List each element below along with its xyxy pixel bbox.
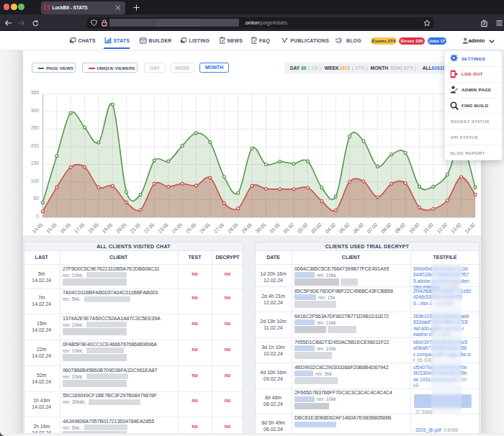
svg-text:02.02: 02.02 [297, 222, 309, 234]
svg-text:200: 200 [31, 143, 40, 148]
svg-text:10.02: 10.02 [408, 222, 420, 234]
svg-text:06.02: 06.02 [352, 222, 364, 234]
svg-text:23.01: 23.01 [157, 222, 169, 234]
svg-text:31.01: 31.01 [269, 222, 281, 234]
svg-text:12.02: 12.02 [436, 222, 449, 234]
svg-text:14.02: 14.02 [464, 222, 476, 234]
svg-text:03.02: 03.02 [310, 222, 323, 234]
svg-text:27.01: 27.01 [213, 222, 225, 234]
svg-text:29.01: 29.01 [240, 222, 253, 234]
svg-text:13.02: 13.02 [450, 222, 462, 234]
svg-text:16.01: 16.01 [59, 222, 71, 234]
svg-text:20.01: 20.01 [115, 222, 127, 234]
svg-text:350: 350 [31, 90, 40, 95]
svg-text:19.01: 19.01 [102, 222, 114, 234]
svg-text:300: 300 [31, 108, 40, 113]
svg-text:05.02: 05.02 [338, 222, 351, 234]
svg-text:28.01: 28.01 [227, 222, 239, 234]
svg-text:11.02: 11.02 [422, 222, 434, 234]
svg-text:18.01: 18.01 [87, 222, 99, 234]
svg-text:26.01: 26.01 [199, 222, 211, 234]
svg-text:14.01: 14.01 [32, 222, 44, 234]
svg-text:100: 100 [31, 178, 40, 183]
svg-text:150: 150 [31, 160, 40, 165]
svg-text:30.01: 30.01 [255, 222, 267, 234]
svg-text:50: 50 [33, 196, 39, 201]
svg-text:0: 0 [36, 214, 39, 219]
svg-text:22.01: 22.01 [143, 222, 156, 234]
svg-text:08.02: 08.02 [380, 222, 392, 234]
svg-text:250: 250 [31, 125, 40, 130]
svg-text:04.02: 04.02 [325, 222, 337, 234]
svg-text:25.01: 25.01 [185, 222, 197, 234]
svg-text:07.02: 07.02 [366, 222, 379, 234]
svg-text:01.02: 01.02 [282, 222, 294, 234]
svg-text:09.02: 09.02 [394, 222, 406, 234]
svg-text:17.01: 17.01 [73, 222, 86, 234]
svg-text:15.01: 15.01 [45, 222, 58, 234]
svg-text:21.01: 21.01 [129, 222, 141, 234]
svg-text:24.01: 24.01 [171, 222, 183, 234]
